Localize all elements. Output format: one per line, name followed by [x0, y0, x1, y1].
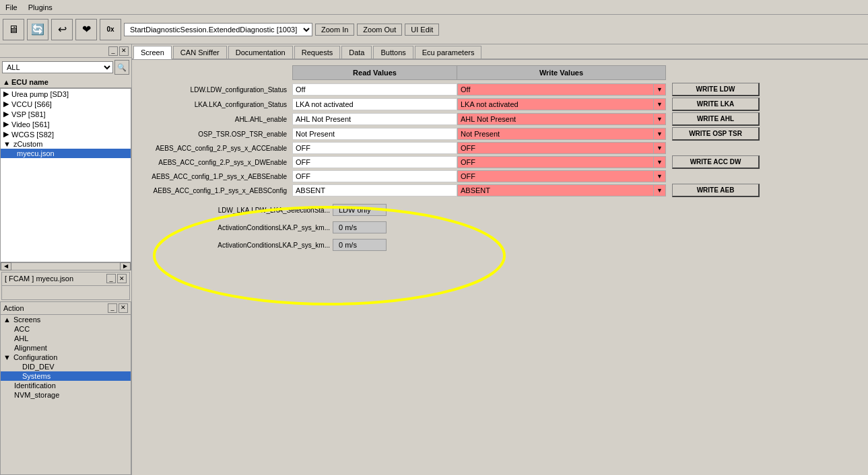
bottom-row-1: LDW_LKA.LDW_LKA_SelectionSta... LDW only [164, 204, 863, 216]
row-read-acc: OFF [292, 142, 457, 154]
ecu-item-wcgs[interactable]: ▶ WCGS [S82] [1, 129, 131, 139]
tab-can-sniffer[interactable]: CAN Sniffer [173, 46, 227, 59]
row-label-acc: AEBS_ACC_config_2.P_sys_x_ACCEnable [137, 145, 292, 152]
zoom-in-button[interactable]: Zoom In [315, 24, 354, 36]
ecu-list[interactable]: ▶ Urea pump [SD3] ▶ VCCU [S66] ▶ VSP [S8… [0, 88, 131, 262]
screens-ahl[interactable]: AHL [1, 334, 131, 343]
sub-panel-header: [ FCAM ] myecu.json _ ✕ [2, 272, 129, 286]
session-dropdown[interactable]: StartDiagnosticSession.ExtendedDiagnosti… [124, 23, 312, 36]
row-write-dw: OFF [457, 156, 654, 168]
ecu-item-vccu[interactable]: ▶ VCCU [S66] [1, 99, 131, 109]
tabs-bar: Screen CAN Sniffer Documentation Request… [132, 44, 868, 60]
row-write-acc-wrap: OFF ▼ [457, 142, 666, 154]
row-write-acc-arrow[interactable]: ▼ [654, 142, 666, 154]
scroll-right-btn[interactable]: ▶ [120, 262, 131, 270]
bottom-value-1: LDW only [333, 204, 387, 216]
table-row: AHL.AHL_enable AHL Not Present AHL Not P… [137, 112, 863, 126]
action-minimize-btn[interactable]: _ [108, 303, 117, 313]
write-dw-button[interactable]: WRITE ACC DW [672, 155, 760, 169]
row-read-ldw: Off [292, 83, 457, 96]
screens-configuration[interactable]: ▼ Configuration [1, 353, 131, 362]
row-write-ahl: AHL Not Present [457, 113, 654, 125]
toolbar: 🖥 🔄 ↩ ❤ 0x StartDiagnosticSession.Extend… [0, 15, 868, 44]
ecu-subitem-label: myecu.json [17, 149, 55, 157]
screens-up-arrow[interactable]: ▲ [3, 316, 11, 324]
screens-subitem-label: Systems [22, 372, 51, 380]
bottom-value-3: 0 m/s [333, 239, 387, 251]
write-aeb-button[interactable]: WRITE AEB [672, 184, 760, 197]
write-lka-button[interactable]: WRITE LKA [672, 98, 760, 111]
row-write-lka-arrow[interactable]: ▼ [654, 98, 666, 110]
session-select[interactable]: StartDiagnosticSession.ExtendedDiagnosti… [124, 23, 312, 36]
row-read-osp: Not Present [292, 128, 457, 140]
screens-systems[interactable]: Systems [1, 371, 131, 381]
ecu-scroll-up-arrow[interactable]: ▲ [3, 78, 10, 86]
row-write-ldw-arrow[interactable]: ▼ [654, 83, 666, 96]
row-write-aebs-wrap: OFF ▼ [457, 170, 666, 182]
filter-select[interactable]: ALL [2, 61, 113, 73]
ecu-item-video[interactable]: ▶ Video [S61] [1, 119, 131, 129]
screens-acc[interactable]: ACC [1, 324, 131, 334]
tab-buttons[interactable]: Buttons [373, 46, 413, 59]
menu-plugins[interactable]: Plugins [26, 2, 55, 13]
sub-minimize-btn[interactable]: _ [106, 274, 116, 283]
scroll-left-btn[interactable]: ◀ [1, 262, 11, 270]
write-osp-button[interactable]: WRITE OSP TSR [672, 127, 760, 141]
bottom-row-2: ActivationConditionsLKA.P_sys_km... 0 m/… [164, 221, 863, 233]
row-write-lka-wrap: LKA not activated ▼ [457, 98, 666, 110]
row-btn-dw-wrap: WRITE ACC DW [669, 155, 763, 169]
row-label-aebscfg: AEBS_ACC_config_1.P_sys_x_AEBSConfig [137, 187, 292, 194]
tab-requests[interactable]: Requests [294, 46, 340, 59]
screens-subitem-label: DID_DEV [22, 363, 55, 371]
yellow-highlight-oval [151, 204, 508, 308]
ecu-item-myecu[interactable]: myecu.json [1, 149, 131, 158]
screens-alignment[interactable]: Alignment [1, 343, 131, 353]
row-write-osp-arrow[interactable]: ▼ [654, 128, 666, 140]
filter-search-button[interactable]: 🔍 [114, 60, 129, 75]
row-label-ahl: AHL.AHL_enable [137, 116, 292, 123]
toolbar-icon-5[interactable]: 0x [100, 19, 121, 40]
toolbar-icon-3[interactable]: ↩ [51, 19, 73, 40]
tab-screen[interactable]: Screen [133, 46, 172, 59]
screens-identification[interactable]: Identification [1, 381, 131, 390]
ecu-item-urea[interactable]: ▶ Urea pump [SD3] [1, 89, 131, 99]
sub-panel-title: [ FCAM ] myecu.json [5, 275, 73, 283]
ecu-item-zcustom[interactable]: ▼ zCustom [1, 139, 131, 149]
tab-data[interactable]: Data [341, 46, 372, 59]
toolbar-icon-1[interactable]: 🖥 [3, 19, 24, 40]
row-write-aebscfg-arrow[interactable]: ▼ [654, 184, 666, 196]
screens-item-label: AHL [14, 334, 28, 342]
row-btn-aebscfg-wrap: WRITE AEB [669, 184, 763, 197]
tab-documentation[interactable]: Documentation [228, 46, 293, 59]
write-ahl-button[interactable]: WRITE AHL [672, 112, 760, 126]
row-write-aebs-arrow[interactable]: ▼ [654, 170, 666, 182]
screens-nvm[interactable]: NVM_storage [1, 390, 131, 400]
toolbar-icon-4[interactable]: ❤ [75, 19, 97, 40]
ecu-list-scrollbar[interactable]: ◀ ▶ [0, 262, 131, 270]
zoom-out-button[interactable]: Zoom Out [357, 24, 402, 36]
row-read-aebs: OFF [292, 170, 457, 182]
screens-item-label: Identification [14, 381, 56, 390]
toolbar-icon-2[interactable]: 🔄 [27, 19, 48, 40]
row-write-dw-arrow[interactable]: ▼ [654, 156, 666, 168]
top-panel-header: _ ✕ [0, 44, 131, 58]
row-btn-ahl-wrap: WRITE AHL [669, 112, 763, 126]
row-read-dw: OFF [292, 156, 457, 168]
row-write-ldw: Off [457, 83, 654, 96]
write-ldw-button[interactable]: WRITE LDW [672, 83, 760, 96]
tab-ecu-parameters[interactable]: Ecu parameters [415, 46, 482, 59]
table-row: LDW.LDW_configuration_Status Off Off ▼ W… [137, 83, 863, 96]
row-write-ahl-arrow[interactable]: ▼ [654, 113, 666, 125]
screens-header-label: Screens [13, 316, 40, 324]
menu-file[interactable]: File [3, 2, 20, 13]
screens-did-dev[interactable]: DID_DEV [1, 362, 131, 371]
row-write-lka: LKA not activated [457, 98, 654, 110]
bottom-label-1: LDW_LKA.LDW_LKA_SelectionSta... [164, 207, 333, 214]
ui-edit-button[interactable]: UI Edit [405, 24, 439, 36]
sub-close-btn[interactable]: ✕ [117, 274, 127, 283]
minimize-btn[interactable]: _ [108, 46, 118, 56]
ecu-item-vsp[interactable]: ▶ VSP [S81] [1, 109, 131, 119]
bottom-value-2: 0 m/s [333, 221, 387, 233]
action-close-btn[interactable]: ✕ [119, 303, 128, 313]
close-btn[interactable]: ✕ [119, 46, 129, 56]
